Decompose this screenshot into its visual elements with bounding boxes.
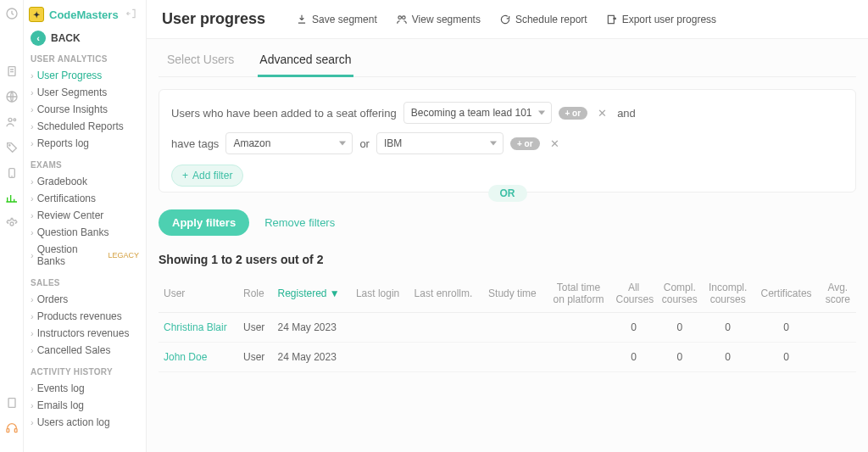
headset-icon[interactable]: [5, 421, 19, 435]
sidebar-item-users-action-log[interactable]: Users action log: [29, 414, 141, 431]
export-icon: [606, 14, 618, 25]
globe-icon[interactable]: [5, 90, 19, 103]
col-last-enroll[interactable]: Last enrollm.: [409, 275, 483, 313]
svg-rect-8: [8, 399, 15, 408]
filter-row-2: have tags Amazon or IBM + or ✕: [171, 132, 843, 154]
col-avg[interactable]: Avg. score: [820, 275, 856, 313]
svg-rect-10: [14, 429, 17, 432]
results-table: User Role Registered ▼ Last login Last e…: [159, 275, 856, 372]
filter-row-1: Users who have been added to a seat offe…: [171, 102, 843, 124]
sidebar-item-products-revenues[interactable]: Products revenues: [29, 308, 141, 325]
col-total-time[interactable]: Total time on platform: [547, 275, 611, 313]
or-pill-2[interactable]: + or: [510, 137, 540, 150]
col-role[interactable]: Role: [238, 275, 272, 313]
section-sales: SALES: [31, 278, 141, 287]
col-user[interactable]: User: [159, 275, 238, 313]
remove-filters-link[interactable]: Remove filters: [264, 216, 335, 229]
user-link[interactable]: Christina Blair: [164, 321, 227, 333]
device-icon[interactable]: [5, 166, 19, 180]
cell-registered: 24 May 2023: [272, 343, 350, 372]
svg-point-3: [8, 118, 12, 121]
cell-compl: 0: [657, 313, 703, 343]
col-incompl[interactable]: Incompl. courses: [703, 275, 754, 313]
sidebar-item-user-progress[interactable]: User Progress: [29, 67, 141, 84]
col-certs[interactable]: Certificates: [754, 275, 820, 313]
filter-prefix-2: have tags: [171, 137, 219, 150]
icon-rail: [0, 0, 24, 452]
cell-role: User: [238, 313, 272, 343]
sidebar-item-cancelled-sales[interactable]: Cancelled Sales: [29, 342, 141, 359]
sidebar-item-emails-log[interactable]: Emails log: [29, 397, 141, 414]
settings-icon[interactable]: [5, 217, 19, 231]
col-all-courses[interactable]: All Courses: [610, 275, 656, 313]
tag-icon[interactable]: [5, 141, 19, 154]
col-last-login[interactable]: Last login: [351, 275, 409, 313]
export-button[interactable]: Export user progress: [606, 14, 716, 25]
svg-point-7: [10, 222, 14, 226]
or-pill-1[interactable]: + or: [559, 107, 588, 120]
apply-filters-button[interactable]: Apply filters: [159, 209, 249, 236]
remove-filter-1[interactable]: ✕: [594, 107, 610, 120]
col-study-time[interactable]: Study time: [483, 275, 546, 313]
clipboard2-icon[interactable]: [5, 396, 19, 410]
svg-rect-13: [608, 15, 614, 23]
tab-select-users[interactable]: Select Users: [165, 47, 236, 76]
col-registered[interactable]: Registered ▼: [272, 275, 350, 313]
cell-compl: 0: [657, 343, 703, 372]
brand: ✦ CodeMasters: [29, 7, 141, 22]
results-table-wrap: User Role Registered ▼ Last login Last e…: [159, 275, 856, 372]
save-segment-button[interactable]: Save segment: [296, 14, 377, 25]
svg-point-5: [8, 145, 9, 146]
col-compl[interactable]: Compl. courses: [657, 275, 703, 313]
view-segments-button[interactable]: View segments: [396, 14, 481, 25]
cell-all: 0: [610, 343, 656, 372]
sidebar-item-gradebook[interactable]: Gradebook: [29, 173, 141, 190]
cell-all: 0: [610, 313, 656, 343]
sidebar-item-review-center[interactable]: Review Center: [29, 207, 141, 224]
content: Select Users Advanced search Users who h…: [147, 39, 868, 384]
topbar: User progress Save segment View segments…: [147, 0, 868, 39]
section-exams: EXAMS: [31, 160, 141, 170]
sidebar-item-reports-log[interactable]: Reports log: [29, 135, 141, 152]
sidebar-item-events-log[interactable]: Events log: [29, 380, 141, 397]
sidebar: ✦ CodeMasters ‹ BACK USER ANALYTICS User…: [24, 0, 147, 452]
tag1-select[interactable]: Amazon: [225, 132, 353, 154]
sidebar-item-scheduled-reports[interactable]: Scheduled Reports: [29, 118, 141, 135]
offering-select[interactable]: Becoming a team lead 101: [403, 102, 552, 124]
sidebar-item-instructors-revenues[interactable]: Instructors revenues: [29, 325, 141, 342]
user-link[interactable]: John Doe: [164, 351, 207, 363]
legacy-badge: LEGACY: [108, 251, 139, 259]
back-label: BACK: [51, 32, 81, 44]
and-conj: and: [617, 107, 636, 120]
result-count: Showing 1 to 2 users out of 2: [159, 253, 856, 266]
sidebar-item-question-banks[interactable]: Question Banks: [29, 224, 141, 241]
brand-logo-icon: ✦: [29, 7, 44, 22]
tag2-select[interactable]: IBM: [376, 132, 504, 154]
tab-advanced-search[interactable]: Advanced search: [258, 47, 353, 77]
sidebar-item-course-insights[interactable]: Course Insights: [29, 101, 141, 118]
refresh-icon: [499, 14, 511, 25]
export-label: Export user progress: [622, 14, 716, 25]
table-row: John Doe User 24 May 2023 0 0 0 0: [159, 343, 856, 372]
sidebar-item-user-segments[interactable]: User Segments: [29, 84, 141, 101]
exit-icon[interactable]: [125, 8, 137, 22]
clock-icon[interactable]: [5, 7, 19, 20]
people-icon: [396, 14, 408, 25]
analytics-icon[interactable]: [5, 192, 19, 205]
sidebar-item-question-banks-legacy[interactable]: Question BanksLEGACY: [29, 241, 141, 270]
svg-rect-9: [7, 429, 9, 432]
remove-filter-2[interactable]: ✕: [547, 137, 563, 150]
or-divider[interactable]: OR: [488, 185, 527, 202]
save-label: Save segment: [312, 14, 377, 25]
users-icon[interactable]: [5, 115, 19, 129]
sidebar-item-certifications[interactable]: Certifications: [29, 190, 141, 207]
clipboard-icon[interactable]: [5, 64, 19, 78]
cell-registered: 24 May 2023: [272, 313, 350, 343]
back-button[interactable]: ‹ BACK: [31, 31, 141, 46]
schedule-report-button[interactable]: Schedule report: [499, 14, 587, 25]
add-filter-button[interactable]: + Add filter: [171, 165, 243, 187]
sidebar-item-orders[interactable]: Orders: [29, 291, 141, 308]
main: User progress Save segment View segments…: [147, 0, 868, 452]
tabs: Select Users Advanced search: [159, 39, 856, 77]
section-activity-history: ACTIVITY HISTORY: [31, 367, 141, 377]
